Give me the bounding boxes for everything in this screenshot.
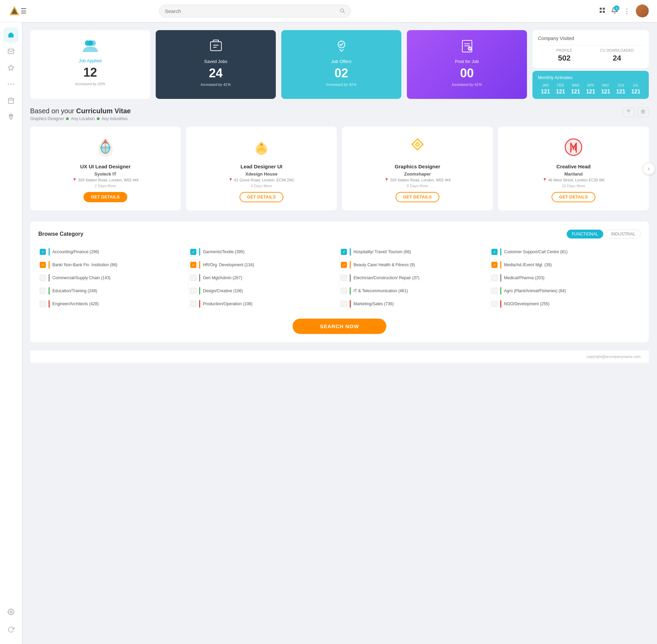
sidebar-item-calendar[interactable] xyxy=(3,93,18,108)
browse-tabs: FUNCTIONAL INDUSTRIAL xyxy=(567,230,641,239)
category-border xyxy=(500,274,501,282)
category-checkbox[interactable] xyxy=(190,288,196,294)
category-checkbox[interactable]: ✓ xyxy=(341,249,347,255)
category-checkbox[interactable]: ✓ xyxy=(491,262,498,268)
list-item: IT & Telecommunication (461) xyxy=(339,284,487,297)
filter-tool-button[interactable] xyxy=(623,107,634,117)
notifications-button[interactable]: 6 xyxy=(611,7,618,15)
svg-rect-13 xyxy=(9,98,14,103)
category-name: Media/Ad./Event Mgt. (39) xyxy=(504,262,552,267)
svg-marker-9 xyxy=(8,65,14,70)
grid-icon-button[interactable] xyxy=(599,7,606,15)
category-checkbox[interactable] xyxy=(40,288,46,294)
category-checkbox[interactable] xyxy=(491,288,498,294)
sidebar-item-location[interactable] xyxy=(3,110,18,125)
job-card-mariland: M Creative Head Mariland 📍 46 West Stree… xyxy=(498,127,649,210)
list-item: NGO/Development (255) xyxy=(490,297,638,310)
category-checkbox[interactable]: ✓ xyxy=(190,249,196,255)
get-details-button-systeck[interactable]: GET DETAILS xyxy=(83,192,127,202)
stat-card-post-job: Post for Job 00 Increased by 41% xyxy=(407,30,527,99)
stat-sub-post-job: Increased by 41% xyxy=(452,82,482,87)
list-item: Engineer/Architects (428) xyxy=(38,297,186,310)
sidebar-item-settings[interactable] xyxy=(3,604,18,619)
sidebar-item-mail[interactable] xyxy=(3,44,18,59)
list-item: ✓ Media/Ad./Event Mgt. (39) xyxy=(490,258,638,271)
tab-functional[interactable]: FUNCTIONAL xyxy=(567,230,603,239)
month-value: 121 xyxy=(553,89,568,95)
avatar[interactable] xyxy=(636,4,649,17)
monthly-col-jan: JAN 121 xyxy=(538,83,553,95)
category-border xyxy=(199,261,200,269)
category-border xyxy=(49,248,50,256)
job-company-zoomshaper: Zoomshaper xyxy=(404,171,431,177)
month-value: 121 xyxy=(628,89,643,95)
sidebar-item-star[interactable] xyxy=(3,60,18,75)
profile-value: 502 xyxy=(538,54,591,63)
get-details-button-xdesign[interactable]: GET DETAILS xyxy=(240,192,283,202)
tab-industrial[interactable]: INDUSTRIAL xyxy=(606,230,641,239)
category-checkbox[interactable]: ✓ xyxy=(491,249,498,255)
category-checkbox[interactable] xyxy=(40,275,46,281)
hamburger-button[interactable]: ☰ xyxy=(21,7,27,15)
jobs-row: UX UI Lead Designer Systeck IT 📍 329 Sta… xyxy=(30,127,649,210)
search-now-button[interactable]: SEARCH NOW xyxy=(293,319,386,334)
list-item: Agro (Plant/Animal/Fisheries) (64) xyxy=(490,284,638,297)
search-input[interactable] xyxy=(165,8,339,14)
category-checkbox[interactable] xyxy=(190,301,196,307)
cv-title-bold: Curriculum Vitae xyxy=(76,107,131,115)
category-border xyxy=(500,261,501,269)
month-label: JAN xyxy=(538,83,553,87)
search-button[interactable] xyxy=(339,8,345,14)
category-checkbox[interactable]: ✓ xyxy=(40,249,46,255)
sidebar-item-home[interactable] xyxy=(3,27,18,42)
logo-icon xyxy=(8,5,21,17)
category-checkbox[interactable] xyxy=(190,275,196,281)
jobs-next-button[interactable]: › xyxy=(643,163,655,175)
monthly-cols: JAN 121 FEB 121 MAR 121 APR 121 MAY 121 … xyxy=(538,83,643,95)
get-details-button-zoomshaper[interactable]: GET DETAILS xyxy=(396,192,439,202)
monthly-col-may: MAY 121 xyxy=(598,83,613,95)
svg-rect-5 xyxy=(603,8,605,10)
filter-industry: Any Industries xyxy=(102,116,128,121)
stat-sub-job-offers: Increased by 41% xyxy=(326,82,356,87)
category-name: Beauty Care/ Health & Fitness (9) xyxy=(353,262,415,267)
category-checkbox[interactable] xyxy=(491,301,498,307)
sidebar-item-more[interactable] xyxy=(3,77,18,92)
category-checkbox[interactable] xyxy=(341,301,347,307)
category-border xyxy=(49,261,50,269)
get-details-button-mariland[interactable]: GET DETAILS xyxy=(552,192,595,202)
category-border xyxy=(350,248,351,256)
svg-line-3 xyxy=(343,12,345,13)
category-checkbox[interactable] xyxy=(341,275,347,281)
category-checkbox[interactable]: ✓ xyxy=(40,262,46,268)
browse-title: Browse Category xyxy=(38,231,83,237)
category-name: Agro (Plant/Animal/Fisheries) (64) xyxy=(504,288,566,293)
more-options-button[interactable]: ⋮ xyxy=(623,7,630,15)
list-item: Marketing/Sales (736) xyxy=(339,297,487,310)
category-name: Commercial/Supply Chain (143) xyxy=(52,275,111,280)
month-value: 121 xyxy=(583,89,598,95)
category-checkbox[interactable] xyxy=(341,288,347,294)
list-item: Gen Mgt/Admin (267) xyxy=(189,271,336,284)
job-company-systeck: Systeck IT xyxy=(94,171,116,177)
stat-sub-job-applied: Increased by 20% xyxy=(75,82,105,86)
category-checkbox[interactable] xyxy=(40,301,46,307)
stat-label-saved-jobs: Saved Jobs xyxy=(204,59,228,64)
cv-downloaded-value: 24 xyxy=(591,54,643,63)
category-border xyxy=(350,274,351,282)
category-checkbox[interactable]: ✓ xyxy=(190,262,196,268)
category-checkbox[interactable]: ✓ xyxy=(341,262,347,268)
job-days-mariland: 10 Days More xyxy=(562,184,585,188)
category-border xyxy=(500,287,501,295)
stat-card-job-offers: Job Offers 02 Increased by 41% xyxy=(281,30,401,99)
browse-section: Browse Category FUNCTIONAL INDUSTRIAL ✓ … xyxy=(30,221,649,342)
systeck-logo xyxy=(93,135,118,159)
cv-filters: Graphics Designer Any Location Any Indus… xyxy=(30,116,131,121)
svg-rect-22 xyxy=(210,42,221,51)
list-tool-button[interactable] xyxy=(637,107,649,117)
category-checkbox[interactable] xyxy=(491,275,498,281)
list-item: ✓ Beauty Care/ Health & Fitness (9) xyxy=(339,258,487,271)
job-company-xdesign: Xdesign House xyxy=(245,171,278,177)
sidebar-item-refresh[interactable] xyxy=(3,622,18,637)
main-content: Job Applied 12 Increased by 20% Saved Jo… xyxy=(22,22,657,371)
